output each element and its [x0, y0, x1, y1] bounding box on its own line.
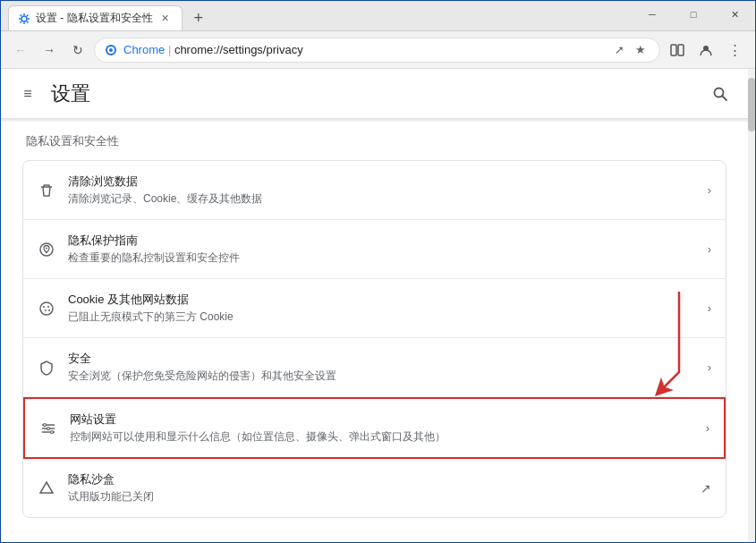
item-subtitle-clear-browsing: 清除浏览记录、Cookie、缓存及其他数据 — [68, 191, 695, 207]
item-subtitle-privacy-guide: 检查重要的隐私控制设置和安全控件 — [68, 250, 695, 266]
sandbox-icon — [38, 479, 55, 497]
scrollbar-thumb[interactable] — [748, 78, 755, 132]
svg-point-12 — [47, 306, 49, 308]
restore-button[interactable]: □ — [673, 2, 714, 27]
svg-rect-4 — [678, 45, 684, 55]
svg-marker-21 — [40, 482, 53, 493]
privacy-guide-icon — [38, 241, 55, 259]
trash-icon — [38, 182, 55, 199]
url-actions: ➚ ★ — [609, 40, 650, 60]
settings-page-title: 设置 — [51, 81, 696, 107]
item-text-cookies: Cookie 及其他网站数据 已阻止无痕模式下的第三方 Cookie — [68, 292, 695, 325]
chevron-right-icon-3: › — [708, 361, 711, 374]
item-subtitle-security: 安全浏览（保护您免受危险网站的侵害）和其他安全设置 — [68, 369, 695, 384]
settings-list: 清除浏览数据 清除浏览记录、Cookie、缓存及其他数据 › — [22, 160, 726, 518]
svg-point-11 — [43, 306, 45, 308]
url-path: chrome://settings/privacy — [174, 43, 303, 56]
chrome-logo-icon — [104, 43, 118, 57]
item-title-security: 安全 — [68, 351, 695, 367]
item-subtitle-privacy-sandbox: 试用版功能已关闭 — [68, 489, 688, 505]
minimize-button[interactable]: ─ — [632, 2, 673, 27]
item-text-security: 安全 安全浏览（保护您免受危险网站的侵害）和其他安全设置 — [68, 351, 695, 384]
profile-button[interactable] — [692, 37, 719, 64]
chevron-right-icon-2: › — [708, 301, 711, 315]
item-text-privacy-sandbox: 隐私沙盒 试用版功能已关闭 — [68, 471, 688, 505]
item-subtitle-cookies: 已阻止无痕模式下的第三方 Cookie — [68, 310, 695, 325]
svg-line-7 — [722, 96, 726, 100]
titlebar-controls: ─ □ ✕ — [632, 2, 755, 30]
tab-close-button[interactable]: ✕ — [158, 12, 173, 26]
close-button[interactable]: ✕ — [714, 2, 755, 27]
svg-point-2 — [109, 48, 113, 52]
menu-button[interactable]: ⋮ — [721, 37, 748, 64]
site-settings-icon — [39, 420, 57, 437]
bookmark-button[interactable]: ★ — [631, 40, 650, 60]
item-title-privacy-guide: 隐私保护指南 — [68, 233, 695, 249]
svg-point-14 — [48, 310, 50, 311]
tab-area: 设置 - 隐私设置和安全性 ✕ + — [1, 1, 211, 30]
settings-item-security[interactable]: 安全 安全浏览（保护您免受危险网站的侵害）和其他安全设置 › — [23, 338, 726, 397]
url-brand: Chrome — [123, 43, 165, 56]
content-wrapper: ≡ 设置 隐私设置和安全性 — [1, 69, 748, 542]
shield-icon — [38, 359, 55, 377]
svg-point-18 — [44, 423, 47, 426]
item-title-privacy-sandbox: 隐私沙盒 — [68, 471, 688, 488]
chevron-right-icon-0: › — [708, 183, 711, 197]
item-title-clear-browsing: 清除浏览数据 — [68, 174, 695, 190]
split-view-button[interactable] — [664, 37, 691, 64]
item-subtitle-site-settings: 控制网站可以使用和显示什么信息（如位置信息、摄像头、弹出式窗口及其他） — [70, 429, 693, 445]
forward-button[interactable]: → — [37, 38, 62, 63]
url-bar[interactable]: Chrome | chrome://settings/privacy ➚ ★ — [94, 38, 660, 63]
svg-point-19 — [47, 427, 50, 429]
svg-rect-3 — [671, 45, 676, 55]
scroll-content: 隐私设置和安全性 清除浏览数据 清除浏览记录、Cookie、缓存及其他数据 — [1, 119, 748, 542]
share-button[interactable]: ➚ — [609, 40, 629, 60]
settings-item-cookies[interactable]: Cookie 及其他网站数据 已阻止无痕模式下的第三方 Cookie › — [23, 279, 726, 338]
settings-search-button[interactable] — [707, 81, 734, 107]
main-area: ≡ 设置 隐私设置和安全性 — [1, 69, 755, 542]
cookie-icon — [38, 300, 55, 318]
item-text-privacy-guide: 隐私保护指南 检查重要的隐私控制设置和安全控件 — [68, 233, 695, 266]
svg-point-10 — [40, 302, 53, 315]
settings-item-privacy-sandbox[interactable]: 隐私沙盒 试用版功能已关闭 ↗ — [23, 459, 726, 517]
settings-item-clear-browsing[interactable]: 清除浏览数据 清除浏览记录、Cookie、缓存及其他数据 › — [23, 161, 726, 220]
new-tab-button[interactable]: + — [186, 5, 211, 30]
svg-point-0 — [21, 16, 27, 21]
browser-window: 设置 - 隐私设置和安全性 ✕ + ─ □ ✕ ← → ↻ Chrome | — [0, 0, 756, 543]
tab-title: 设置 - 隐私设置和安全性 — [36, 11, 153, 26]
sidebar-toggle-button[interactable]: ≡ — [15, 81, 40, 106]
settings-item-privacy-guide[interactable]: 隐私保护指南 检查重要的隐私控制设置和安全控件 › — [23, 220, 726, 279]
chevron-right-icon-4: › — [706, 421, 709, 435]
external-link-icon: ↗ — [701, 481, 711, 496]
chevron-right-icon-1: › — [708, 242, 711, 256]
reload-button[interactable]: ↻ — [65, 38, 90, 63]
section-title: 隐私设置和安全性 — [22, 133, 726, 149]
svg-point-20 — [51, 430, 54, 433]
item-title-cookies: Cookie 及其他网站数据 — [68, 292, 695, 308]
item-text-clear-browsing: 清除浏览数据 清除浏览记录、Cookie、缓存及其他数据 — [68, 174, 695, 207]
item-title-site-settings: 网站设置 — [70, 411, 693, 428]
back-button[interactable]: ← — [8, 38, 33, 63]
item-text-site-settings: 网站设置 控制网站可以使用和显示什么信息（如位置信息、摄像头、弹出式窗口及其他） — [70, 411, 693, 445]
svg-point-9 — [46, 247, 47, 249]
settings-header: ≡ 设置 — [1, 69, 748, 119]
addressbar: ← → ↻ Chrome | chrome://settings/privacy… — [1, 31, 755, 69]
toolbar-right: ⋮ — [664, 37, 748, 64]
settings-item-site-settings[interactable]: 网站设置 控制网站可以使用和显示什么信息（如位置信息、摄像头、弹出式窗口及其他）… — [23, 397, 726, 459]
scrollbar-track — [748, 69, 755, 542]
active-tab[interactable]: 设置 - 隐私设置和安全性 ✕ — [8, 5, 183, 30]
url-text: Chrome | chrome://settings/privacy — [123, 43, 604, 56]
titlebar: 设置 - 隐私设置和安全性 ✕ + ─ □ ✕ — [1, 1, 755, 31]
scroll-shadow — [1, 119, 748, 123]
tab-settings-icon — [18, 13, 30, 25]
svg-point-13 — [45, 310, 47, 311]
